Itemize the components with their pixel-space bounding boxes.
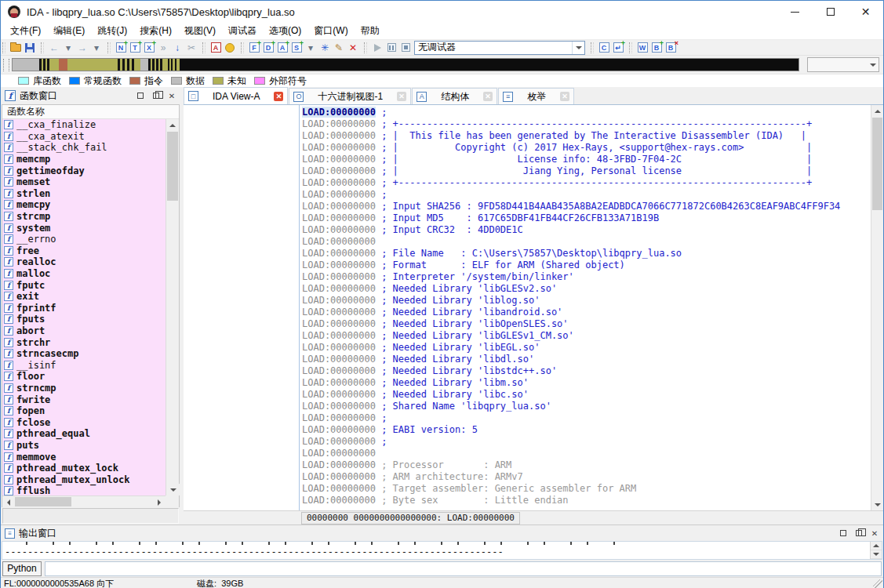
function-row[interactable]: ffopen xyxy=(2,405,166,417)
jump-by-type-icon[interactable]: T+ xyxy=(128,42,142,54)
panel-float-icon[interactable] xyxy=(151,91,161,100)
function-row[interactable]: fstrncasecmp xyxy=(2,348,166,360)
ida-view-a[interactable]: LOAD:00000000 ;LOAD:00000000 ; +--------… xyxy=(184,104,883,510)
back-history-dropdown[interactable]: ▾ xyxy=(61,42,75,54)
navband-segment[interactable] xyxy=(140,59,148,71)
open-file-icon[interactable] xyxy=(9,42,23,54)
disasm-line[interactable]: LOAD:00000000 ; xyxy=(302,107,840,118)
disasm-line[interactable]: LOAD:00000000 ; | License info: 48-3FBD-… xyxy=(302,154,840,165)
add-breakpoint-icon[interactable]: B+ xyxy=(649,42,664,54)
function-row[interactable]: fgettimeofday xyxy=(2,165,166,176)
function-row[interactable]: fmalloc xyxy=(2,268,166,280)
disasm-line[interactable]: LOAD:00000000 xyxy=(302,236,840,248)
menu-item[interactable]: 搜索(H) xyxy=(133,23,178,39)
create-function-icon[interactable]: F+ xyxy=(247,42,261,54)
scroll-left-icon[interactable] xyxy=(2,496,15,508)
jump-to-address-icon[interactable]: ↓ xyxy=(170,42,184,54)
disasm-line[interactable]: LOAD:00000000 ; Needed Library 'libGLESv… xyxy=(302,283,840,295)
function-row[interactable]: ffree xyxy=(2,245,166,257)
menu-item[interactable]: 窗口(W) xyxy=(307,23,354,39)
functions-column-header[interactable]: 函数名称 xyxy=(2,105,179,119)
step-into-icon[interactable]: C xyxy=(597,42,611,54)
disasm-line[interactable]: LOAD:00000000 ; Target assembler: Generi… xyxy=(302,483,840,495)
disasm-line[interactable]: LOAD:00000000 ; File Name : C:\Users\758… xyxy=(302,248,840,260)
output-scrollbar[interactable] xyxy=(870,542,882,559)
functions-vscrollbar[interactable] xyxy=(166,119,179,495)
function-row[interactable]: fmemset xyxy=(2,176,166,188)
scroll-down-icon[interactable] xyxy=(166,484,180,495)
function-row[interactable]: fmemcmp xyxy=(2,154,166,165)
function-row[interactable]: fabort xyxy=(2,325,166,337)
create-string-icon[interactable]: S+ xyxy=(289,42,304,54)
scroll-down-icon[interactable] xyxy=(871,550,882,559)
function-row[interactable]: fstrcmp xyxy=(2,211,166,223)
function-row[interactable]: ffprintf xyxy=(2,303,166,314)
cut-icon[interactable]: ✂ xyxy=(184,42,198,54)
undefine-icon[interactable]: ✕ xyxy=(346,42,360,54)
disasm-line[interactable]: LOAD:00000000 ; EABI version: 5 xyxy=(302,424,840,436)
function-row[interactable]: ffwrite xyxy=(2,394,166,405)
edit-comment-icon[interactable]: ✎ xyxy=(332,42,346,54)
navband-segment[interactable] xyxy=(134,59,140,71)
forward-history-dropdown[interactable]: ▾ xyxy=(89,42,104,54)
function-row[interactable]: fexit xyxy=(2,291,166,303)
function-row[interactable]: ffloor xyxy=(2,371,166,383)
python-input[interactable] xyxy=(45,561,882,576)
disasm-line[interactable]: LOAD:00000000 ; Input CRC32 : 4DD0DE1C xyxy=(302,224,840,236)
disasm-line[interactable]: LOAD:00000000 ; | This file has been gen… xyxy=(302,130,840,142)
tab-结构体[interactable]: A结构体✕ xyxy=(412,88,497,104)
minimize-button[interactable] xyxy=(777,1,813,23)
create-dropdown[interactable]: ▾ xyxy=(304,42,318,54)
function-row[interactable]: fstrchr xyxy=(2,336,166,348)
function-row[interactable]: fputs xyxy=(2,440,166,452)
close-button[interactable]: ✕ xyxy=(848,1,883,23)
disasm-line[interactable]: LOAD:00000000 ; | Jiang Ying, Personal l… xyxy=(302,165,840,177)
disasm-line[interactable]: LOAD:00000000 ; | Copyright (c) 2017 Hex… xyxy=(302,142,840,154)
tab-close-icon[interactable]: ✕ xyxy=(560,92,569,101)
function-row[interactable]: f__isinf xyxy=(2,359,166,371)
jump-by-xref-icon[interactable]: X+ xyxy=(142,42,156,54)
function-row[interactable]: f__stack_chk_fail xyxy=(2,142,166,154)
navband-segment[interactable] xyxy=(180,59,799,71)
function-row[interactable]: frealloc xyxy=(2,256,166,268)
menu-item[interactable]: 文件(F) xyxy=(4,23,47,39)
disasm-line[interactable]: LOAD:00000000 ; Needed Library 'libc.so' xyxy=(302,389,840,401)
function-row[interactable]: f__errno xyxy=(2,234,166,245)
jump-next-icon[interactable]: » xyxy=(156,42,170,54)
menu-item[interactable]: 调试器 xyxy=(222,23,263,39)
disasm-line[interactable]: LOAD:00000000 xyxy=(302,448,840,459)
tab-close-icon[interactable]: ✕ xyxy=(483,92,493,101)
navband-segment[interactable] xyxy=(59,59,67,71)
navigate-back-icon[interactable]: ← xyxy=(47,42,61,54)
run-to-cursor-icon[interactable]: ↵+ xyxy=(611,42,625,54)
tab-close-icon[interactable]: ✕ xyxy=(274,92,283,101)
disasm-line[interactable]: LOAD:00000000 ; xyxy=(302,189,840,201)
navigation-band[interactable] xyxy=(12,58,799,71)
disasm-line[interactable]: LOAD:00000000 ; Format : ELF for ARM (Sh… xyxy=(302,260,840,271)
function-row[interactable]: ffputs xyxy=(2,314,166,325)
panel-float-icon[interactable] xyxy=(854,528,864,538)
disasm-line[interactable]: LOAD:00000000 ; Shared Name 'libqpry_lua… xyxy=(302,401,840,412)
disasm-line[interactable]: LOAD:00000000 ; Needed Library 'libm.so' xyxy=(302,377,840,389)
menu-item[interactable]: 编辑(E) xyxy=(47,23,91,39)
function-row[interactable]: ffclose xyxy=(2,416,166,428)
navigate-forward-icon[interactable]: → xyxy=(75,42,89,54)
function-row[interactable]: f__cxa_finalize xyxy=(2,119,166,131)
python-button[interactable]: Python xyxy=(2,561,42,576)
navband-segment[interactable] xyxy=(67,59,118,71)
disasm-line[interactable]: LOAD:00000000 ; +-----------------------… xyxy=(302,177,840,189)
output-log[interactable]: ----------------------------------------… xyxy=(2,541,882,560)
maximize-button[interactable] xyxy=(813,1,848,23)
tab-枚举[interactable]: ≡枚举✕ xyxy=(498,88,574,104)
function-row[interactable]: f__cxa_atexit xyxy=(2,131,166,143)
scroll-thumb[interactable] xyxy=(167,132,178,201)
disasm-line[interactable]: LOAD:00000000 ; Needed Library 'libEGL.s… xyxy=(302,342,840,354)
resize-grip[interactable] xyxy=(873,579,882,588)
scroll-up-icon[interactable] xyxy=(871,105,883,117)
scroll-thumb[interactable] xyxy=(872,118,882,210)
scroll-up-icon[interactable] xyxy=(871,542,882,550)
debugger-select[interactable]: 无调试器 xyxy=(414,41,585,55)
function-row[interactable]: fpthread_mutex_lock xyxy=(2,463,166,474)
scroll-down-icon[interactable] xyxy=(871,499,883,510)
debug-pause-icon[interactable] xyxy=(384,42,398,54)
